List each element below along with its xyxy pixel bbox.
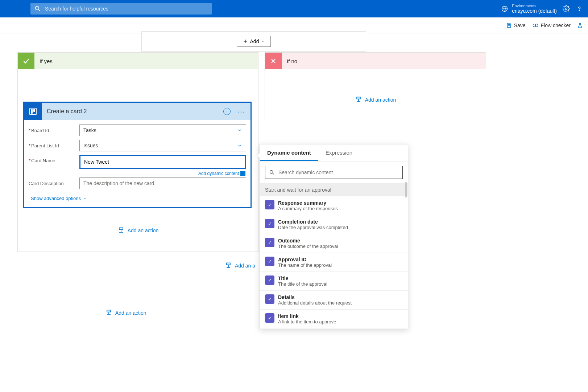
close-icon (265, 53, 282, 69)
approval-icon: ✓ (265, 219, 274, 228)
env-name: enayu.com (default) (512, 8, 557, 14)
action-create-card: Create a card 2 i ··· Board Id Tasks Par… (23, 102, 252, 208)
search-icon (34, 5, 41, 12)
save-button[interactable]: Save (506, 23, 526, 28)
dynamic-item[interactable]: ✓ Approval IDThe name of the approval (260, 253, 408, 272)
environment-picker[interactable]: Environments enayu.com (default) (501, 4, 557, 14)
chevron-down-icon (237, 128, 242, 133)
branch-yes-header[interactable]: If yes (18, 53, 258, 69)
card-desc-input[interactable]: The description of the new card. (79, 177, 246, 189)
svg-rect-11 (30, 108, 36, 115)
dynamic-item[interactable]: ✓ Completion dateDate the approval was c… (260, 215, 408, 234)
svg-rect-5 (508, 23, 510, 24)
checker-icon (532, 22, 539, 29)
branch-no: If no Add an action (265, 52, 486, 121)
chevron-down-icon (261, 40, 265, 43)
search-icon (269, 170, 275, 175)
plus-icon (243, 39, 248, 44)
approval-icon: ✓ (265, 275, 274, 285)
dynamic-item[interactable]: ✓ Item link description (260, 328, 408, 329)
dynamic-item[interactable]: ✓ Response summaryA summary of the respo… (260, 196, 408, 215)
scrollbar-thumb[interactable] (405, 182, 407, 197)
svg-line-1 (39, 10, 40, 11)
svg-rect-12 (31, 109, 33, 114)
chevron-down-icon (237, 143, 242, 148)
svg-rect-13 (33, 109, 35, 112)
dynamic-item[interactable]: ✓ DetailsAdditional details about the re… (260, 291, 408, 310)
add-action-bottom[interactable]: Add an action (105, 309, 146, 317)
approval-icon: ✓ (265, 200, 274, 209)
chevron-down-icon (83, 196, 87, 201)
svg-rect-25 (107, 310, 111, 312)
flow-checker-button[interactable]: Flow checker (532, 22, 571, 29)
insert-step-icon (355, 96, 362, 103)
dynamic-content-icon (240, 171, 245, 176)
svg-rect-14 (119, 228, 123, 230)
dynamic-content-popover: Dynamic content Expression Start and wai… (260, 144, 408, 329)
parent-list-label: Parent List Id (29, 143, 79, 148)
globe-icon (501, 5, 508, 12)
flask-icon (577, 23, 583, 28)
check-icon (18, 53, 34, 69)
svg-point-28 (270, 171, 273, 173)
dynamic-search[interactable] (265, 166, 403, 179)
show-advanced-link[interactable]: Show advanced options (31, 196, 246, 201)
add-action-yes[interactable]: Add an action (18, 227, 258, 234)
popover-section-header: Start and wait for an approval (260, 183, 408, 196)
svg-point-3 (566, 8, 567, 10)
svg-point-0 (35, 6, 39, 10)
dynamic-items-list: ✓ Response summaryA summary of the respo… (260, 196, 408, 329)
svg-rect-6 (508, 25, 510, 27)
card-name-input[interactable] (79, 155, 246, 169)
svg-rect-22 (227, 263, 230, 265)
test-button[interactable] (577, 23, 583, 28)
top-bar: Environments enayu.com (default) (0, 0, 588, 17)
settings-icon[interactable] (563, 5, 570, 12)
add-condition-button[interactable]: Add (237, 36, 271, 47)
approval-icon: ✓ (265, 257, 274, 266)
parent-list-select[interactable]: Issues (79, 140, 246, 151)
svg-rect-19 (357, 97, 360, 99)
add-action-no[interactable]: Add an action (265, 96, 486, 103)
board-id-label: Board Id (29, 128, 79, 133)
dynamic-search-input[interactable] (278, 170, 399, 175)
condition-card: Add (141, 31, 366, 52)
branch-no-header[interactable]: If no (265, 53, 486, 69)
info-icon[interactable]: i (223, 108, 231, 115)
help-icon[interactable] (576, 5, 583, 12)
insert-step-icon (117, 227, 125, 234)
flow-canvas: Add If yes Create a card 2 i ··· (0, 33, 588, 392)
card-name-label: Card Name (29, 155, 79, 163)
save-icon (506, 23, 512, 28)
tab-expression[interactable]: Expression (318, 144, 360, 161)
global-search[interactable] (30, 3, 212, 15)
dynamic-item[interactable]: ✓ OutcomeThe outcome of the approval (260, 234, 408, 253)
add-dynamic-content-link[interactable]: Add dynamic content (198, 171, 245, 176)
dynamic-item[interactable]: ✓ TitleThe title of the approval (260, 272, 408, 291)
popover-tabs: Dynamic content Expression (260, 144, 408, 162)
svg-line-29 (273, 173, 274, 174)
tab-dynamic-content[interactable]: Dynamic content (260, 144, 318, 161)
approval-icon: ✓ (265, 313, 274, 323)
insert-step-icon (105, 309, 112, 317)
insert-step-icon (225, 262, 232, 269)
svg-point-4 (579, 10, 579, 11)
trello-icon (24, 103, 42, 120)
dynamic-item[interactable]: ✓ Item linkA link to the item to approve (260, 310, 408, 328)
approval-icon: ✓ (265, 294, 274, 304)
card-desc-label: Card Description (29, 181, 79, 186)
env-label: Environments (512, 4, 557, 8)
branch-yes: If yes Create a card 2 i ··· Board Id Ta… (17, 52, 258, 252)
global-search-input[interactable] (45, 6, 208, 12)
approval-icon: ✓ (265, 238, 274, 247)
add-action-after-condition[interactable]: Add an a (225, 262, 255, 269)
action-header[interactable]: Create a card 2 i ··· (24, 103, 250, 120)
board-id-select[interactable]: Tasks (79, 124, 246, 136)
